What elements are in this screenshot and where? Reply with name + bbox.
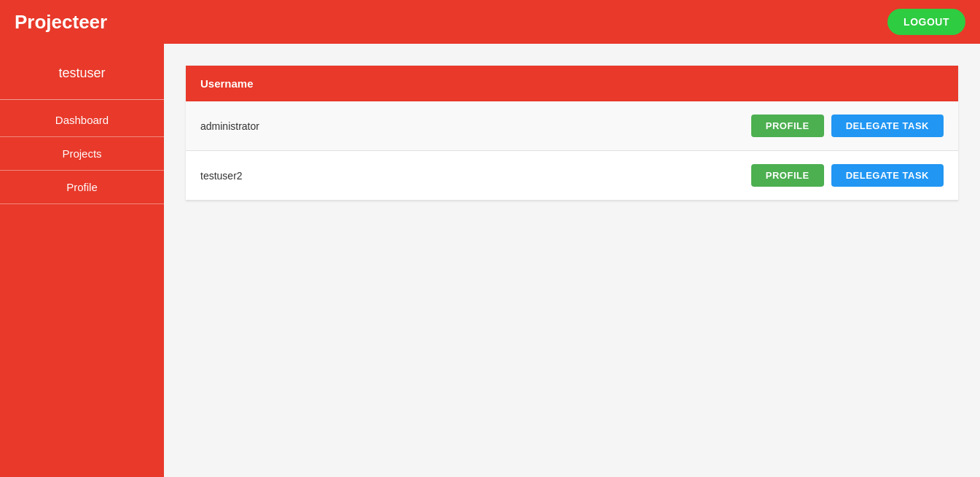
app-title: Projecteer [15, 11, 107, 34]
table-body: administratorPROFILEDELEGATE TASKtestuse… [186, 101, 958, 201]
cell-actions: PROFILEDELEGATE TASK [406, 151, 959, 201]
profile-button[interactable]: PROFILE [751, 164, 824, 187]
layout: testuser Dashboard Projects Profile User… [0, 0, 980, 477]
table-header-row: Username [186, 66, 958, 101]
col-actions [406, 66, 959, 101]
cell-username: administrator [186, 101, 406, 151]
table-row: administratorPROFILEDELEGATE TASK [186, 101, 958, 151]
sidebar-link-dashboard[interactable]: Dashboard [0, 104, 164, 137]
sidebar-username: testuser [58, 66, 105, 81]
delegate-task-button[interactable]: DELEGATE TASK [831, 115, 944, 137]
main-content: Username administratorPROFILEDELEGATE TA… [164, 44, 980, 477]
col-username: Username [186, 66, 406, 101]
logout-button[interactable]: LOGOUT [887, 9, 965, 35]
delegate-task-button[interactable]: DELEGATE TASK [831, 164, 944, 187]
sidebar-item-projects[interactable]: Projects [0, 137, 164, 171]
sidebar-link-profile[interactable]: Profile [0, 171, 164, 204]
sidebar-item-dashboard[interactable]: Dashboard [0, 104, 164, 137]
cell-actions: PROFILEDELEGATE TASK [406, 101, 959, 151]
table-head: Username [186, 66, 958, 101]
app-header: Projecteer LOGOUT [0, 0, 980, 44]
sidebar-item-profile[interactable]: Profile [0, 171, 164, 204]
cell-username: testuser2 [186, 151, 406, 201]
users-table: Username administratorPROFILEDELEGATE TA… [186, 66, 958, 201]
table-row: testuser2PROFILEDELEGATE TASK [186, 151, 958, 201]
sidebar: testuser Dashboard Projects Profile [0, 44, 164, 477]
sidebar-nav: Dashboard Projects Profile [0, 104, 164, 204]
sidebar-link-projects[interactable]: Projects [0, 137, 164, 171]
sidebar-divider [0, 99, 164, 100]
profile-button[interactable]: PROFILE [751, 115, 824, 137]
